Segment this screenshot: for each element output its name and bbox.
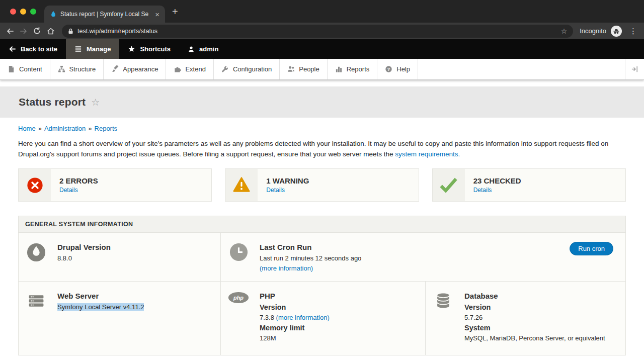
breadcrumb-administration-link[interactable]: Administration <box>44 125 86 132</box>
window-controls <box>0 9 44 15</box>
clock-icon <box>227 243 250 273</box>
menu-item-reports[interactable]: Reports <box>328 59 378 79</box>
checked-count: 23 CHECKED <box>473 176 521 185</box>
database-cell: Database Version 5.7.26 System MySQL, Ma… <box>426 282 625 355</box>
cell-title: Web Server <box>57 292 144 300</box>
window-zoom-button[interactable] <box>30 9 36 15</box>
people-icon <box>287 65 295 73</box>
database-system-value: MySQL, MariaDB, Percona Server, or equiv… <box>464 333 605 343</box>
page-content: Home»Administration»Reports Here you can… <box>0 125 644 362</box>
php-memory-limit-value: 128M <box>260 333 330 343</box>
manage-button[interactable]: Manage <box>66 39 119 59</box>
general-section-heading: GENERAL SYSTEM INFORMATION <box>19 216 625 233</box>
warnings-card: 1 WARNING Details <box>225 168 419 202</box>
menu-item-label: Appearance <box>123 65 158 73</box>
menu-item-label: Structure <box>69 65 96 73</box>
svg-text:php: php <box>233 295 244 301</box>
new-tab-button[interactable]: + <box>172 7 178 17</box>
system-requirements-link[interactable]: system requirements. <box>395 150 460 158</box>
menu-item-label: Configuration <box>233 65 272 73</box>
paintbrush-icon <box>111 65 119 73</box>
browser-tab[interactable]: Status report | Symfony Local Se × <box>44 6 165 23</box>
wrench-icon <box>221 65 229 73</box>
toolbar-collapse-button[interactable] <box>625 59 644 79</box>
breadcrumb-home-link[interactable]: Home <box>18 125 36 132</box>
cron-last-run-value: Last run 2 minutes 12 seconds ago <box>260 253 361 263</box>
cron-more-information-link[interactable]: (more information) <box>260 264 313 272</box>
incognito-label: Incognito <box>580 27 606 35</box>
menu-item-appearance[interactable]: Appearance <box>104 59 166 79</box>
structure-icon <box>58 65 65 73</box>
lock-icon <box>68 28 73 34</box>
menu-item-label: People <box>299 65 319 73</box>
warning-icon <box>225 169 258 201</box>
warnings-details-link[interactable]: Details <box>266 187 309 194</box>
database-icon <box>432 292 454 347</box>
status-summary-cards: 2 ERRORS Details 1 WARNING Details 23 <box>18 168 626 202</box>
bookmark-star-icon[interactable]: ☆ <box>561 27 568 35</box>
drupal-admin-toolbar: Back to site Manage Shortcuts admin <box>0 39 644 59</box>
drupal-logo-icon <box>25 243 47 273</box>
cell-title: Last Cron Run <box>260 243 361 251</box>
admin-user-label: admin <box>199 45 218 53</box>
intro-text: Here you can find a short overview of yo… <box>18 140 608 158</box>
intro-paragraph: Here you can find a short overview of yo… <box>18 138 626 159</box>
database-version-label: Version <box>464 302 605 313</box>
checked-details-link[interactable]: Details <box>473 187 521 194</box>
url-text: test.wip/admin/reports/status <box>77 28 557 35</box>
user-icon <box>188 46 195 53</box>
manage-label: Manage <box>87 45 111 53</box>
drupal-version-value: 8.8.0 <box>57 253 111 263</box>
url-field[interactable]: test.wip/admin/reports/status ☆ <box>62 25 573 38</box>
php-memory-limit-label: Memory limit <box>260 323 330 333</box>
php-logo-icon: php <box>227 292 250 347</box>
reload-icon[interactable] <box>30 24 44 38</box>
web-server-cell: Web Server Symfony Local Server v4.11.2 <box>19 282 221 355</box>
back-arrow-icon <box>9 45 16 53</box>
shortcuts-label: Shortcuts <box>140 45 171 53</box>
breadcrumb-separator: » <box>88 125 92 132</box>
forward-icon[interactable] <box>17 24 30 38</box>
menu-item-structure[interactable]: Structure <box>50 59 104 79</box>
browser-menu-icon[interactable]: ⋮ <box>627 27 639 36</box>
menu-item-extend[interactable]: Extend <box>166 59 213 79</box>
menu-item-content[interactable]: Content <box>0 59 50 79</box>
checkmark-icon <box>433 169 465 201</box>
page-title: Status report <box>19 96 86 108</box>
back-icon[interactable] <box>3 24 17 38</box>
menu-item-people[interactable]: People <box>280 59 327 79</box>
errors-details-link[interactable]: Details <box>59 187 98 194</box>
hamburger-icon <box>74 45 82 53</box>
admin-menu-bar: Content Structure Appearance Extend Conf… <box>0 59 644 80</box>
puzzle-icon <box>174 65 181 73</box>
checked-card: 23 CHECKED Details <box>432 168 626 202</box>
window-minimize-button[interactable] <box>20 9 26 15</box>
database-system-label: System <box>464 323 605 333</box>
content-icon <box>8 65 15 73</box>
star-icon <box>128 45 135 53</box>
general-info-grid: Drupal Version 8.8.0 Last Cron Run Last … <box>19 233 625 355</box>
warnings-count: 1 WARNING <box>266 176 309 185</box>
menu-item-label: Reports <box>347 65 370 73</box>
shortcuts-button[interactable]: Shortcuts <box>119 39 179 59</box>
database-version-value: 5.7.26 <box>464 313 605 323</box>
admin-user-button[interactable]: admin <box>179 39 227 59</box>
menu-item-configuration[interactable]: Configuration <box>214 59 280 79</box>
errors-card: 2 ERRORS Details <box>18 168 212 202</box>
run-cron-button[interactable]: Run cron <box>570 242 613 255</box>
breadcrumb-reports-link[interactable]: Reports <box>95 125 118 132</box>
back-to-site-button[interactable]: Back to site <box>0 39 66 59</box>
php-more-information-link[interactable]: (more information) <box>276 314 330 321</box>
last-cron-run-cell: Last Cron Run Last run 2 minutes 12 seco… <box>221 233 625 282</box>
favorite-star-icon[interactable]: ☆ <box>91 97 100 108</box>
tab-close-icon[interactable]: × <box>153 11 161 18</box>
errors-count: 2 ERRORS <box>59 176 98 185</box>
php-version-label: Version <box>260 302 330 313</box>
menu-item-help[interactable]: ? Help <box>377 59 418 79</box>
home-icon[interactable] <box>44 24 57 38</box>
menu-item-label: Extend <box>185 65 205 73</box>
svg-text:?: ? <box>387 67 390 72</box>
window-close-button[interactable] <box>10 9 16 15</box>
menu-item-label: Help <box>396 65 410 73</box>
help-icon: ? <box>385 65 392 73</box>
